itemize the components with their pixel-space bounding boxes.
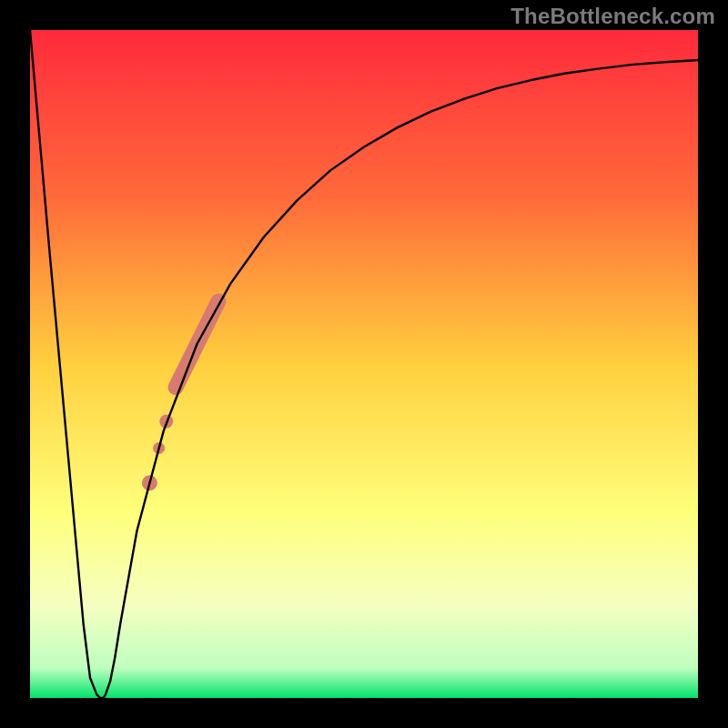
watermark-text: TheBottleneck.com (511, 4, 715, 29)
bottleneck-chart (0, 0, 728, 728)
plot-background (30, 30, 698, 698)
chart-stage: TheBottleneck.com (0, 0, 728, 728)
